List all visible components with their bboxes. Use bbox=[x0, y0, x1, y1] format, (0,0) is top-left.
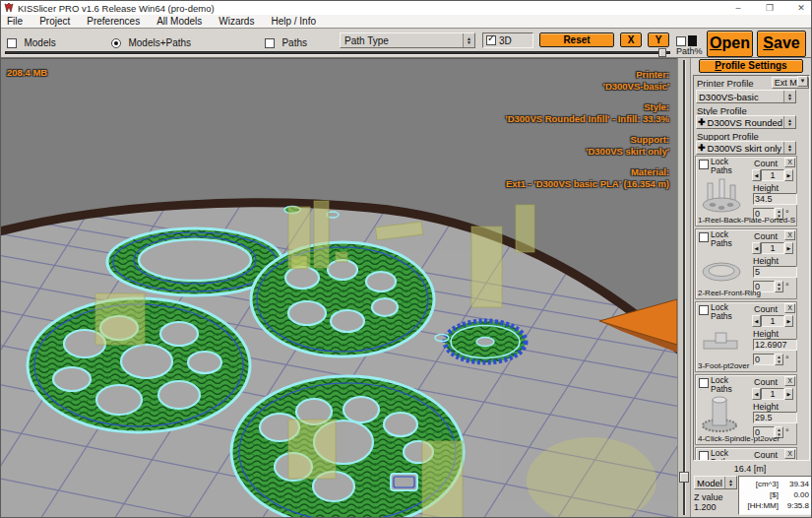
model-name: 3-Foot-pt2over bbox=[698, 361, 796, 370]
menu-wizards[interactable]: Wizards bbox=[219, 16, 254, 27]
printer-profile-dropdown[interactable]: D300VS-basic ▲▼ bbox=[696, 90, 796, 103]
path-type-spinner-icon[interactable]: ▲▼ bbox=[463, 33, 474, 47]
lock-paths-checkbox[interactable] bbox=[699, 232, 709, 242]
minimize-button[interactable]: – bbox=[732, 1, 744, 15]
count-increment-button[interactable]: ▶ bbox=[784, 315, 793, 327]
open-button[interactable]: Open bbox=[707, 31, 753, 57]
reset-button[interactable]: Reset bbox=[539, 32, 614, 47]
lock-paths-checkbox[interactable] bbox=[699, 160, 709, 169]
printer-profile-value: D300VS-basic bbox=[697, 92, 783, 102]
height-label: Height bbox=[753, 402, 779, 412]
style-profile-dropdown[interactable]: ✚ D300VS Rounded inf ▲▼ bbox=[696, 115, 796, 129]
menu-file[interactable]: File bbox=[7, 16, 23, 27]
memory-usage: 208.4 MB bbox=[7, 67, 47, 78]
lock-paths-checkbox[interactable] bbox=[699, 305, 709, 315]
count-label: Count bbox=[754, 377, 778, 387]
window-title: KISSlicer PRO v1.6 Release Win64 (pro-de… bbox=[18, 3, 215, 14]
remove-model-button[interactable]: X bbox=[784, 449, 795, 459]
plus-icon: ✚ bbox=[697, 117, 706, 127]
count-field[interactable] bbox=[761, 388, 784, 400]
stats-model-value: Model bbox=[695, 478, 724, 488]
z-layer-slider-thumb[interactable] bbox=[679, 472, 689, 483]
main-area: 208.4 MB Printer: 'D300VS-basic' Style: … bbox=[1, 58, 812, 518]
printer-profile-spinner-icon[interactable]: ▲▼ bbox=[783, 91, 795, 102]
count-increment-button[interactable]: ▶ bbox=[784, 242, 793, 254]
menu-project[interactable]: Project bbox=[39, 16, 70, 27]
height-field[interactable] bbox=[753, 266, 797, 278]
scroll-down-icon[interactable]: ▼ bbox=[797, 76, 808, 87]
height-field[interactable] bbox=[753, 412, 797, 423]
stats-model-dropdown[interactable]: Model ▲▼ bbox=[694, 476, 737, 489]
lock-paths-checkbox[interactable] bbox=[699, 378, 709, 388]
path-pct-slider[interactable] bbox=[5, 48, 670, 57]
profile-settings-button[interactable]: Profile Settings bbox=[699, 59, 803, 73]
check-icon: ✓ bbox=[487, 33, 495, 43]
filament-length: 16.4 [m] bbox=[691, 464, 809, 474]
model-thumbnail bbox=[698, 394, 747, 433]
maximize-button[interactable]: ❐ bbox=[764, 1, 776, 15]
menu-preferences[interactable]: Preferences bbox=[87, 16, 140, 27]
view-3d-label: 3D bbox=[499, 35, 512, 46]
path-pct-slider-thumb[interactable] bbox=[658, 48, 666, 57]
paths-checkbox[interactable] bbox=[265, 38, 275, 48]
path-type-dropdown[interactable]: Path Type ▲▼ bbox=[340, 32, 475, 48]
material-value: Ext1 - 'D300VS basic PLA' (16.354 m) bbox=[505, 178, 669, 190]
count-decrement-button[interactable]: ◀ bbox=[752, 169, 761, 181]
stat-value: 0.00 bbox=[779, 489, 809, 500]
lock-paths-label: LockPaths bbox=[711, 449, 732, 461]
printer-value: 'D300VS-basic' bbox=[505, 81, 669, 93]
models-checkbox[interactable] bbox=[7, 38, 17, 48]
count-field[interactable] bbox=[761, 242, 784, 254]
menu-all-models[interactable]: All Models bbox=[156, 16, 202, 27]
menu-help-info[interactable]: Help / Info bbox=[271, 16, 316, 27]
height-field[interactable] bbox=[753, 339, 797, 351]
stats-model-spinner-icon[interactable]: ▲▼ bbox=[724, 477, 736, 488]
support-profile-label: Support Profile bbox=[695, 130, 797, 141]
support-profile-value: D300VS skirt only bbox=[706, 143, 783, 154]
path-pct-checkbox[interactable] bbox=[676, 36, 686, 46]
height-label: Height bbox=[753, 183, 779, 193]
count-field[interactable] bbox=[761, 315, 784, 327]
height-label: Height bbox=[753, 256, 779, 266]
save-button[interactable]: Save bbox=[757, 31, 806, 57]
count-increment-button[interactable]: ▶ bbox=[784, 388, 793, 400]
lock-paths-checkbox[interactable] bbox=[699, 451, 709, 461]
support-profile-spinner-icon[interactable]: ▲▼ bbox=[783, 142, 795, 154]
z-layer-slider[interactable] bbox=[677, 58, 690, 518]
path-pct-slider-track bbox=[5, 51, 670, 54]
viewport-3d[interactable]: 208.4 MB Printer: 'D300VS-basic' Style: … bbox=[1, 58, 677, 518]
lock-paths-label: LockPaths bbox=[711, 158, 732, 175]
count-field[interactable] bbox=[761, 169, 784, 181]
support-profile-dropdown[interactable]: ✚ D300VS skirt only ▲▼ bbox=[696, 141, 796, 155]
models-paths-radio[interactable] bbox=[111, 38, 121, 48]
stat-value: 39.34 bbox=[779, 479, 809, 489]
model-name: 1-Reel-Back-Plate-Ported-S bbox=[698, 216, 796, 225]
remove-model-button[interactable]: X bbox=[784, 230, 795, 240]
count-decrement-button[interactable]: ◀ bbox=[752, 315, 761, 327]
stats-box: [cm^3]39.34 [$]0.00 [HH:MM]9:35.8 bbox=[738, 476, 812, 515]
remove-model-button[interactable]: X bbox=[784, 376, 795, 386]
kisslicer-window: KISSlicer PRO v1.6 Release Win64 (pro-de… bbox=[0, 0, 812, 518]
lock-paths-label: LockPaths bbox=[711, 230, 732, 248]
rotate-y-button[interactable]: Y bbox=[648, 32, 669, 47]
count-increment-button[interactable]: ▶ bbox=[784, 169, 793, 181]
height-label: Height bbox=[753, 329, 779, 339]
count-decrement-button[interactable]: ◀ bbox=[752, 388, 761, 400]
toolbar: Models Models+Paths Paths Path Type ▲▼ ✓… bbox=[1, 30, 811, 58]
style-profile-label: Style Profile bbox=[695, 104, 797, 115]
style-profile-spinner-icon[interactable]: ▲▼ bbox=[783, 116, 795, 128]
count-decrement-button[interactable]: ◀ bbox=[752, 242, 761, 254]
style-profile-value: D300VS Rounded inf bbox=[706, 117, 783, 128]
model-name: 4-Click-Spindle-pt2over bbox=[698, 434, 796, 443]
rotate-x-button[interactable]: X bbox=[620, 32, 642, 47]
lock-paths-label: LockPaths bbox=[711, 303, 732, 321]
z-value: 1.200 bbox=[694, 502, 717, 512]
view-3d-checkbox[interactable]: ✓ bbox=[486, 35, 496, 45]
remove-model-button[interactable]: X bbox=[784, 158, 795, 167]
model-name: 2-Reel-Front-Ring bbox=[698, 289, 796, 297]
support-value: 'D300VS skirt only' bbox=[505, 146, 669, 158]
remove-model-button[interactable]: X bbox=[784, 303, 795, 313]
height-field[interactable] bbox=[753, 193, 797, 205]
model-panel-3: LockPaths Count X ◀ ▶ Height ▲▼ bbox=[695, 301, 797, 372]
close-button[interactable]: ✕ bbox=[795, 1, 807, 15]
